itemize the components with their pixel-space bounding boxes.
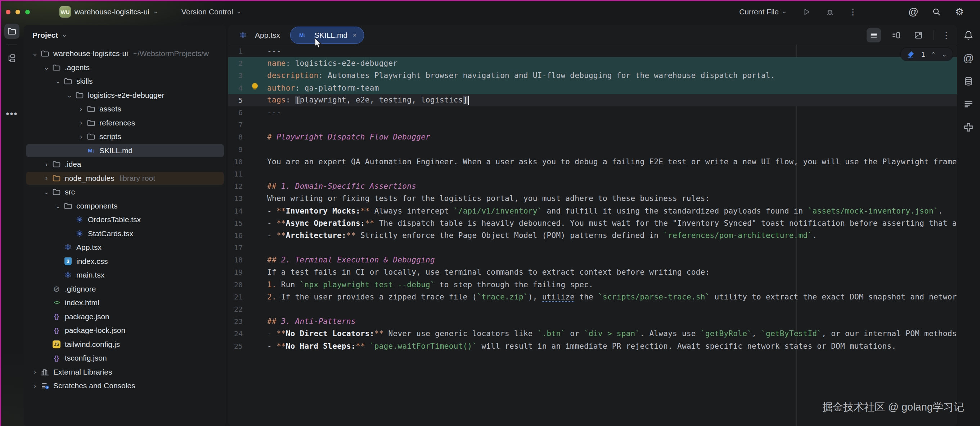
tree-item-index-css[interactable]: 3index.css [24, 255, 226, 269]
tree-item-package-json[interactable]: {}package.json [24, 310, 226, 324]
editor-line-2[interactable]: 2name: logistics-e2e-debugger [228, 57, 957, 70]
chevron-right-icon[interactable]: › [76, 105, 86, 113]
editor-line-8[interactable]: 8# Playwright Dispatch Flow Debugger [228, 131, 957, 143]
tree-item-components[interactable]: ⌄components [24, 199, 226, 213]
editor[interactable]: 1---2name: logistics-e2e-debugger3descri… [228, 45, 957, 426]
vcs-widget[interactable]: Version Control ⌄ [181, 8, 242, 16]
editor-more-options-icon[interactable]: ⋮ [942, 33, 950, 37]
tree-item-skills[interactable]: ⌄skills [24, 74, 226, 89]
editor-only-view-icon[interactable] [867, 28, 881, 43]
project-panel-header[interactable]: Project ⌄ [24, 25, 226, 43]
tree-item--gitignore[interactable]: ⊘.gitignore [24, 282, 226, 296]
editor-line-7[interactable]: 7 [228, 119, 957, 131]
tree-item-skill-md[interactable]: M↓SKILL.md [24, 144, 226, 158]
chevron-down-icon[interactable]: ⌄ [41, 63, 52, 71]
chevron-right-icon[interactable]: › [76, 119, 86, 127]
close-window-button[interactable] [6, 10, 10, 14]
editor-line-21[interactable]: 212. If the user provides a zipped trace… [228, 291, 957, 303]
minimize-window-button[interactable] [16, 10, 20, 14]
tree-item-app-tsx[interactable]: ⚛App.tsx [24, 241, 226, 255]
editor-line-15[interactable]: 15- **Async Operations:** The dispatch t… [228, 217, 957, 230]
more-actions-button[interactable]: ⋮ [848, 6, 858, 17]
project-widget[interactable]: WU warehouse-logisitcs-ui ⌄ [59, 6, 158, 17]
tree-item-statcards-tsx[interactable]: ⚛StatCards.tsx [24, 227, 226, 241]
tree-item--idea[interactable]: ›.idea [24, 157, 226, 171]
editor-line-6[interactable]: 6--- [228, 106, 957, 119]
tree-item-package-lock-json[interactable]: {}package-lock.json [24, 323, 226, 337]
more-tool-windows-button[interactable]: ••• [1, 108, 23, 119]
editor-line-4[interactable]: 4author: qa-platform-team [228, 82, 957, 94]
next-problem-icon[interactable]: ⌄ [942, 51, 947, 58]
tree-item-external-libraries[interactable]: ›External Libraries [24, 365, 226, 379]
chevron-down-icon[interactable]: ⌄ [52, 77, 64, 85]
preview-view-icon[interactable] [911, 28, 926, 43]
editor-line-3[interactable]: 3description: Automates Playwright brows… [228, 70, 957, 82]
run-configuration-selector[interactable]: Current File ⌄ [739, 8, 787, 16]
line-number: 25 [228, 342, 243, 350]
tree-item-scripts[interactable]: ›scripts [24, 130, 226, 144]
project-tool-button[interactable] [4, 24, 19, 39]
chevron-right-icon[interactable]: › [30, 368, 40, 376]
split-view-icon[interactable] [889, 28, 903, 43]
database-tool-icon[interactable] [961, 73, 977, 89]
debug-button[interactable] [824, 6, 835, 17]
editor-line-22[interactable]: 22 [228, 303, 957, 315]
notifications-bell-icon[interactable] [961, 27, 977, 43]
chevron-right-icon[interactable]: › [41, 174, 52, 182]
editor-line-25[interactable]: 25- **No Hard Sleeps:** `page.waitForTim… [228, 340, 957, 352]
settings-gear-icon[interactable]: ⚙ [954, 6, 965, 17]
chevron-down-icon[interactable]: ⌄ [41, 188, 52, 196]
tree-item-scratches-and-consoles[interactable]: ›Scratches and Consoles [24, 379, 226, 393]
close-tab-icon[interactable]: × [352, 31, 356, 39]
line-content: ## 3. Anti-Patterns [267, 317, 356, 326]
search-everywhere-button[interactable] [931, 6, 942, 17]
plugins-tool-icon[interactable] [961, 119, 977, 135]
tree-item-tsconfig-json[interactable]: {}tsconfig.json [24, 351, 226, 365]
tab-app-tsx[interactable]: ⚛ App.tsx [231, 27, 287, 43]
chevron-down-icon[interactable]: ⌄ [64, 91, 75, 99]
tree-item-node-modules[interactable]: ›node_moduleslibrary root [24, 171, 226, 185]
chevron-down-icon[interactable]: ⌄ [30, 50, 40, 57]
editor-line-13[interactable]: 13When writing or fixing tests for the l… [228, 192, 957, 204]
inspections-widget[interactable]: 1 ⌃ ⌄ [901, 48, 953, 61]
tree-item-references[interactable]: ›references [24, 116, 226, 130]
ai-assistant-icon[interactable]: @ [908, 6, 919, 17]
editor-line-12[interactable]: 12## 1. Domain-Specific Assertions [228, 180, 957, 192]
line-content: - **Inventory Mocks:** Always intercept … [267, 207, 943, 215]
run-button[interactable] [802, 6, 812, 17]
editor-line-23[interactable]: 23## 3. Anti-Patterns [228, 315, 957, 328]
tree-item-orderstable-tsx[interactable]: ⚛OrdersTable.tsx [24, 213, 226, 227]
tree-item-logistics-e2e-debugger[interactable]: ⌄logistics-e2e-debugger [24, 89, 226, 103]
commit-tool-button[interactable] [4, 51, 19, 66]
zoom-window-button[interactable] [25, 10, 30, 14]
editor-line-19[interactable]: 19If a test fails in CI or locally, use … [228, 266, 957, 278]
chevron-right-icon[interactable]: › [76, 133, 86, 141]
editor-line-11[interactable]: 11 [228, 168, 957, 180]
ai-assistant-tool-icon[interactable]: @ [961, 50, 977, 66]
editor-line-1[interactable]: 1--- [228, 45, 957, 57]
editor-line-5[interactable]: 5tags: [playwright, e2e, testing, logist… [228, 94, 957, 106]
editor-line-24[interactable]: 24- **No Direct Locators:** Never use ge… [228, 328, 957, 340]
chevron-down-icon[interactable]: ⌄ [52, 202, 64, 210]
editor-line-18[interactable]: 18## 2. Terminal Execution & Debugging [228, 254, 957, 266]
editor-line-9[interactable]: 9 [228, 143, 957, 156]
editor-line-20[interactable]: 201. Run `npx playwright test --debug` t… [228, 279, 957, 291]
intention-bulb-icon[interactable] [252, 83, 258, 89]
chevron-right-icon[interactable]: › [30, 382, 40, 390]
tree-item-index-html[interactable]: <>index.html [24, 296, 226, 310]
chevron-right-icon[interactable]: › [41, 161, 52, 168]
tree-item-assets[interactable]: ›assets [24, 102, 226, 116]
tree-item--agents[interactable]: ⌄.agents [24, 61, 226, 75]
tree-item-tailwind-config-js[interactable]: JStailwind.config.js [24, 337, 226, 352]
tree-item-main-tsx[interactable]: ⚛main.tsx [24, 268, 226, 282]
tab-skill-md[interactable]: M↓ SKILL.md × [290, 27, 364, 44]
editor-line-10[interactable]: 10You are an expert QA Automation Engine… [228, 156, 957, 168]
line-content: If a test fails in CI or locally, use te… [267, 268, 710, 276]
editor-line-16[interactable]: 16- **Architecture:** Strictly enforce t… [228, 230, 957, 242]
editor-line-14[interactable]: 14- **Inventory Mocks:** Always intercep… [228, 204, 957, 217]
previous-problem-icon[interactable]: ⌃ [931, 51, 936, 58]
editor-line-17[interactable]: 17 [228, 242, 957, 254]
documentation-tool-icon[interactable] [961, 97, 977, 112]
tree-item-src[interactable]: ⌄src [24, 185, 226, 199]
tree-item-warehouse-logisitcs-ui[interactable]: ⌄warehouse-logisitcs-ui~/WebstormProject… [24, 47, 226, 61]
